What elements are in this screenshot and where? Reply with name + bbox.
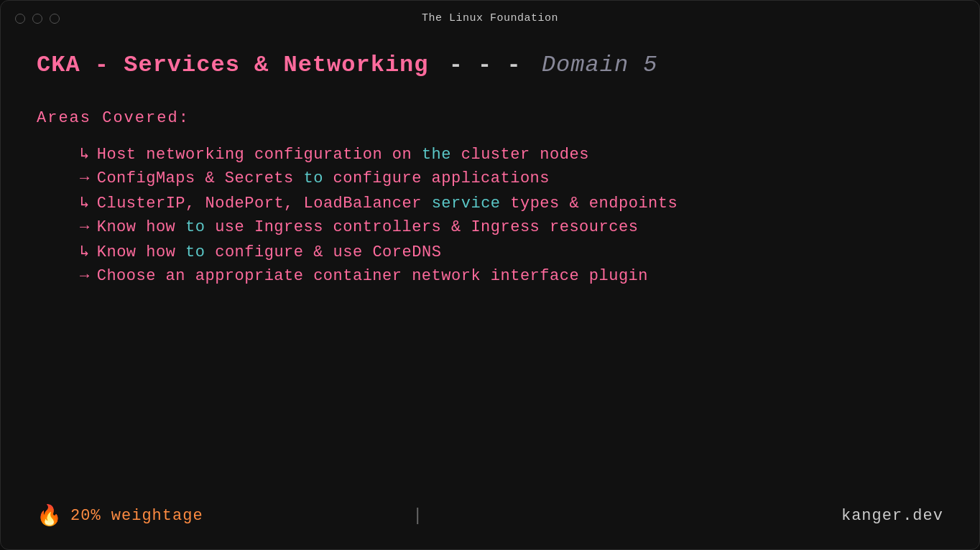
arrow-icon: ↳ <box>80 193 90 213</box>
item-text: ClusterIP, NodePort, LoadBalancer servic… <box>97 195 678 213</box>
title-dashes: - - - <box>449 52 536 78</box>
highlight: the <box>422 146 451 164</box>
list-item: → Choose an appropriate container networ… <box>37 267 943 285</box>
item-text: Know how to configure & use CoreDNS <box>97 243 442 261</box>
footer: 🔥 20% weightage | kanger.dev <box>37 492 943 535</box>
list-item: → Know how to use Ingress controllers & … <box>37 218 943 236</box>
areas-section: Areas Covered: ↳ Host networking configu… <box>37 109 943 492</box>
title-domain: Domain 5 <box>542 52 658 78</box>
footer-divider: | <box>412 506 422 526</box>
footer-left: 🔥 20% weightage <box>37 503 203 528</box>
bullet-list: ↳ Host networking configuration on the c… <box>37 144 943 285</box>
highlight: to <box>185 243 205 261</box>
window-title: The Linux Foundation <box>422 12 558 24</box>
arrow-icon: → <box>80 218 90 236</box>
weightage-text: 20% weightage <box>70 507 203 525</box>
list-item: ↳ Host networking configuration on the c… <box>37 144 943 164</box>
item-text: ConfigMaps & Secrets to configure applic… <box>97 169 550 187</box>
arrow-icon: → <box>80 169 90 187</box>
list-item: → ConfigMaps & Secrets to configure appl… <box>37 169 943 187</box>
title-cka: CKA - Services & Networking <box>37 52 428 78</box>
areas-heading: Areas Covered: <box>37 109 943 127</box>
close-button-icon[interactable] <box>15 14 25 24</box>
window: The Linux Foundation CKA - Services & Ne… <box>0 0 980 550</box>
page-title: CKA - Services & Networking - - - Domain… <box>37 50 943 80</box>
item-text: Know how to use Ingress controllers & In… <box>97 218 639 236</box>
fire-icon: 🔥 <box>37 503 62 528</box>
highlight: service <box>432 195 501 213</box>
titlebar: The Linux Foundation <box>1 1 979 36</box>
footer-site: kanger.dev <box>841 507 943 525</box>
item-text: Choose an appropriate container network … <box>97 267 648 285</box>
arrow-icon: ↳ <box>80 242 90 261</box>
window-controls <box>15 14 60 24</box>
arrow-icon: → <box>80 267 90 285</box>
main-content: CKA - Services & Networking - - - Domain… <box>1 36 979 549</box>
arrow-icon: ↳ <box>80 144 90 164</box>
list-item: ↳ ClusterIP, NodePort, LoadBalancer serv… <box>37 193 943 213</box>
list-item: ↳ Know how to configure & use CoreDNS <box>37 242 943 261</box>
item-text: Host networking configuration on the clu… <box>97 146 589 164</box>
highlight: to <box>185 218 205 236</box>
highlight: to <box>303 169 323 187</box>
maximize-button-icon[interactable] <box>50 14 60 24</box>
minimize-button-icon[interactable] <box>32 14 42 24</box>
